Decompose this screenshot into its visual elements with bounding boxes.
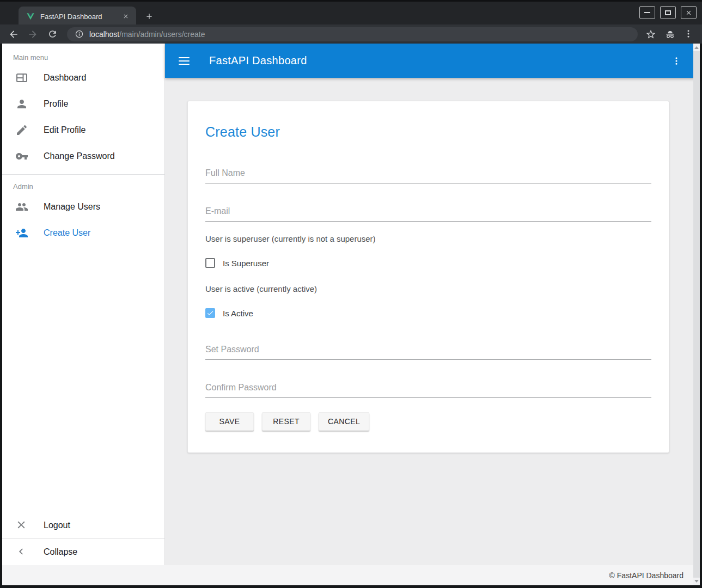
- close-icon: [685, 9, 692, 16]
- email-field-wrap: [205, 206, 651, 222]
- browser-tab-strip: FastAPI Dashboard: [0, 0, 702, 24]
- sidebar-item-label: Change Password: [44, 151, 115, 161]
- sidebar-item-label: Logout: [44, 520, 70, 530]
- new-tab-button[interactable]: [142, 10, 156, 23]
- sidebar-item-collapse[interactable]: Collapse: [2, 539, 164, 565]
- close-x-icon: [15, 519, 28, 532]
- main-area: FastAPI Dashboard Create User: [165, 44, 700, 565]
- full-name-input[interactable]: [205, 168, 651, 183]
- chevron-left-icon: [15, 546, 28, 559]
- check-icon: [206, 309, 214, 317]
- browser-window: FastAPI Dashboard: [0, 0, 702, 588]
- confirm-password-field-wrap: [205, 383, 651, 398]
- hamburger-menu-icon[interactable]: [179, 57, 190, 65]
- content-area: Create User User is superuser (currently…: [165, 78, 700, 565]
- cancel-button[interactable]: CANCEL: [319, 412, 369, 431]
- people-icon: [15, 200, 28, 213]
- page: Main menu Dashboard Profile: [2, 44, 700, 585]
- browser-tab[interactable]: FastAPI Dashboard: [19, 7, 136, 26]
- sidebar-item-create-user[interactable]: Create User: [2, 220, 164, 246]
- set-password-field-wrap: [205, 345, 651, 360]
- address-bar[interactable]: localhost/main/admin/users/create: [67, 27, 638, 41]
- sidebar-item-label: Manage Users: [44, 202, 100, 212]
- sidebar-item-manage-users[interactable]: Manage Users: [2, 194, 164, 220]
- close-window-button[interactable]: [681, 6, 697, 19]
- app-bar: FastAPI Dashboard: [165, 44, 700, 78]
- form-buttons: SAVE RESET CANCEL: [205, 412, 651, 431]
- superuser-checkbox-label: Is Superuser: [223, 259, 269, 268]
- url-host: localhost: [89, 30, 119, 39]
- pencil-icon: [15, 124, 28, 137]
- superuser-checkbox-row[interactable]: Is Superuser: [205, 258, 651, 268]
- appbar-kebab-icon[interactable]: [672, 56, 681, 66]
- active-hint: User is active (currently active): [205, 284, 651, 293]
- sidebar-section-admin: Admin: [2, 175, 164, 194]
- vue-logo-icon: [26, 12, 35, 21]
- maximize-icon: [665, 10, 671, 15]
- sidebar: Main menu Dashboard Profile: [2, 44, 165, 565]
- reload-icon[interactable]: [47, 29, 58, 40]
- page-title: Create User: [205, 124, 651, 140]
- app-title: FastAPI Dashboard: [209, 54, 307, 67]
- active-checkbox[interactable]: [205, 308, 215, 318]
- superuser-checkbox[interactable]: [205, 258, 215, 268]
- sidebar-item-label: Dashboard: [44, 73, 86, 83]
- sidebar-item-change-password[interactable]: Change Password: [2, 143, 164, 169]
- sidebar-item-edit-profile[interactable]: Edit Profile: [2, 117, 164, 143]
- tab-close-icon[interactable]: [121, 11, 131, 21]
- dashboard-icon: [15, 71, 28, 84]
- set-password-input[interactable]: [205, 345, 651, 359]
- toolbar-actions: [645, 29, 694, 40]
- active-checkbox-label: Is Active: [223, 309, 253, 318]
- minimize-button[interactable]: [639, 6, 655, 19]
- sidebar-item-label: Collapse: [44, 547, 77, 557]
- superuser-hint: User is superuser (currently is not a su…: [205, 234, 651, 243]
- footer: © FastAPI Dashboard: [2, 565, 700, 585]
- maximize-button[interactable]: [660, 6, 676, 19]
- browser-toolbar: localhost/main/admin/users/create: [0, 24, 702, 44]
- forward-icon[interactable]: [27, 29, 38, 40]
- back-icon[interactable]: [8, 29, 19, 40]
- full-name-field-wrap: [205, 168, 651, 183]
- url-path: /main/admin/users/create: [119, 30, 205, 39]
- scrollbar-thumb[interactable]: [693, 51, 700, 578]
- key-icon: [15, 150, 28, 163]
- confirm-password-input[interactable]: [205, 383, 651, 397]
- sidebar-item-profile[interactable]: Profile: [2, 91, 164, 117]
- reset-button[interactable]: RESET: [262, 412, 310, 431]
- browser-menu-kebab-icon[interactable]: [683, 29, 694, 40]
- window-controls: [639, 6, 697, 19]
- sidebar-item-label: Profile: [44, 99, 68, 109]
- page-scrollbar[interactable]: [693, 44, 700, 585]
- create-user-card: Create User User is superuser (currently…: [187, 101, 669, 453]
- star-icon[interactable]: [645, 29, 656, 40]
- scroll-down-icon[interactable]: [694, 580, 699, 583]
- sidebar-item-dashboard[interactable]: Dashboard: [2, 65, 164, 91]
- incognito-icon: [664, 29, 675, 40]
- person-icon: [15, 97, 28, 111]
- info-icon[interactable]: [75, 29, 84, 39]
- save-button[interactable]: SAVE: [205, 412, 254, 431]
- active-checkbox-row[interactable]: Is Active: [205, 308, 651, 318]
- footer-copyright: © FastAPI Dashboard: [609, 571, 683, 580]
- sidebar-bottom: Logout Collapse: [2, 512, 164, 565]
- sidebar-item-label: Edit Profile: [44, 125, 86, 135]
- tab-title: FastAPI Dashboard: [40, 13, 121, 21]
- sidebar-item-logout[interactable]: Logout: [2, 512, 164, 538]
- scroll-up-icon[interactable]: [694, 46, 699, 49]
- sidebar-section-main-menu: Main menu: [2, 44, 164, 65]
- person-add-icon: [15, 226, 28, 240]
- sidebar-item-label: Create User: [44, 228, 90, 238]
- email-input[interactable]: [205, 206, 651, 221]
- minimize-icon: [644, 12, 650, 13]
